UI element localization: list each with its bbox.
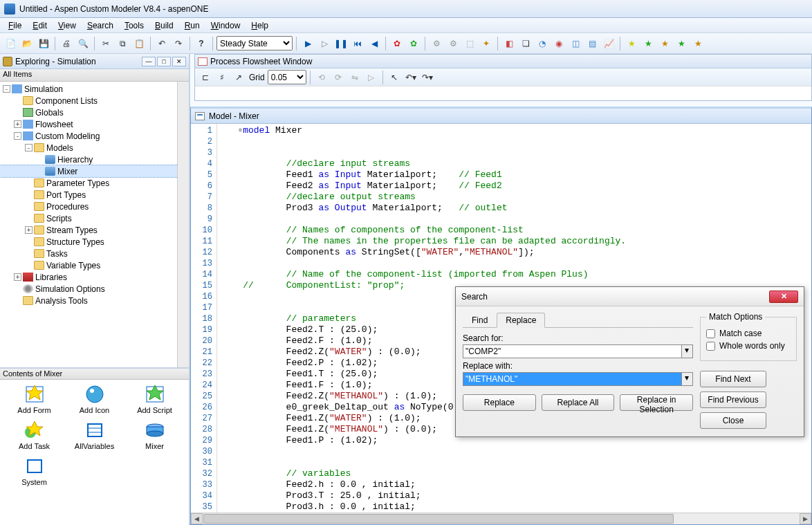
replace-with-input[interactable] xyxy=(463,372,682,386)
whole-words-checkbox[interactable] xyxy=(706,342,715,351)
contents-item[interactable]: Add Form xyxy=(4,384,64,414)
menu-build[interactable]: Build xyxy=(149,19,179,32)
rewind-button[interactable]: ⏮ xyxy=(350,36,365,51)
find-previous-button[interactable]: Find Previous xyxy=(700,392,766,408)
close-button[interactable]: Close xyxy=(700,412,766,429)
tree-item[interactable]: Procedures xyxy=(0,201,189,212)
pfw-rot-4[interactable]: ▷ xyxy=(364,70,379,85)
tree-item[interactable]: Port Types xyxy=(0,189,189,201)
cut-button[interactable]: ✂ xyxy=(98,36,113,51)
find-next-button[interactable]: Find Next xyxy=(700,371,766,387)
tool-14[interactable]: ★ xyxy=(624,36,639,51)
print-button[interactable]: 🖨 xyxy=(59,36,74,51)
maximize-icon[interactable]: □ xyxy=(157,57,171,66)
scroll-thumb[interactable] xyxy=(203,514,674,524)
all-items-header[interactable]: All Items xyxy=(0,69,189,82)
tree-item[interactable]: Hierarchy xyxy=(0,154,189,165)
pfw-rot-3[interactable]: ⇋ xyxy=(347,70,362,85)
tool-5[interactable]: ⬚ xyxy=(462,36,477,51)
undo-button[interactable]: ↶ xyxy=(154,36,169,51)
redo-button[interactable]: ↷ xyxy=(171,36,186,51)
run-mode-combo[interactable]: Steady State xyxy=(216,36,293,50)
tool-2[interactable]: ✿ xyxy=(406,36,421,51)
tab-find[interactable]: Find xyxy=(463,313,497,328)
contents-item[interactable]: System xyxy=(4,456,64,486)
print-preview-button[interactable]: 🔍 xyxy=(75,36,91,51)
menu-window[interactable]: Window xyxy=(205,19,246,32)
tool-18[interactable]: ★ xyxy=(690,36,705,51)
replace-button[interactable]: Replace xyxy=(463,394,536,411)
grid-combo[interactable]: 0.05 xyxy=(268,70,306,84)
pfw-pointer[interactable]: ↖ xyxy=(387,70,402,85)
tool-11[interactable]: ◫ xyxy=(568,36,583,51)
tree-item[interactable]: Parameter Types xyxy=(0,177,189,189)
pfw-rot-2[interactable]: ⟳ xyxy=(331,70,346,85)
tree-item[interactable]: Simulation Options xyxy=(0,283,189,295)
tree-item[interactable]: Variable Types xyxy=(0,259,189,271)
run-button[interactable]: ▶ xyxy=(300,36,315,51)
tool-16[interactable]: ★ xyxy=(657,36,672,51)
tree-item[interactable]: Component Lists xyxy=(0,95,189,107)
tool-4[interactable]: ⚙ xyxy=(445,36,461,51)
pfw-tool-1[interactable]: ⊏ xyxy=(198,70,213,85)
open-button[interactable]: 📂 xyxy=(19,36,35,51)
tool-8[interactable]: ❏ xyxy=(518,36,533,51)
tab-replace[interactable]: Replace xyxy=(497,313,545,328)
new-button[interactable]: 📄 xyxy=(3,36,18,51)
tree-item[interactable]: -Custom Modeling xyxy=(0,130,189,142)
menu-search[interactable]: Search xyxy=(82,19,119,32)
contents-item[interactable]: Add Icon xyxy=(64,384,124,414)
menu-view[interactable]: View xyxy=(53,19,82,32)
menu-run[interactable]: Run xyxy=(179,19,205,32)
menu-edit[interactable]: Edit xyxy=(27,19,53,32)
pfw-tool-3[interactable]: ↗ xyxy=(231,70,246,85)
tool-12[interactable]: ▤ xyxy=(584,36,600,51)
tree-item[interactable]: Tasks xyxy=(0,248,189,259)
search-for-input[interactable] xyxy=(463,344,682,358)
tool-13[interactable]: 📈 xyxy=(601,36,616,51)
tool-17[interactable]: ★ xyxy=(674,36,689,51)
menu-tools[interactable]: Tools xyxy=(119,19,149,32)
search-dropdown-icon[interactable]: ▾ xyxy=(682,344,693,358)
menu-help[interactable]: Help xyxy=(246,19,274,32)
contents-item[interactable]: AllVariables xyxy=(64,420,124,450)
contents-item[interactable]: Add Script xyxy=(124,384,185,414)
scroll-left-icon[interactable]: ◀ xyxy=(191,513,203,524)
copy-button[interactable]: ⧉ xyxy=(115,36,130,51)
tree-item[interactable]: +Libraries xyxy=(0,271,189,283)
tree-item[interactable]: Analysis Tools xyxy=(0,295,189,306)
tree-item[interactable]: Scripts xyxy=(0,212,189,224)
tree-item[interactable]: Globals xyxy=(0,107,189,118)
tree-item[interactable]: +Flowsheet xyxy=(0,118,189,130)
tool-1[interactable]: ✿ xyxy=(389,36,405,51)
tool-15[interactable]: ★ xyxy=(640,36,656,51)
tool-7[interactable]: ◧ xyxy=(501,36,517,51)
pfw-redo[interactable]: ↷▾ xyxy=(420,70,435,85)
tree-scrollbar[interactable] xyxy=(177,82,189,367)
replace-dropdown-icon[interactable]: ▾ xyxy=(682,372,693,386)
tool-9[interactable]: ◔ xyxy=(535,36,550,51)
tool-6[interactable]: ✦ xyxy=(479,36,494,51)
replace-in-selection-button[interactable]: Replace in Selection xyxy=(620,394,693,411)
paste-button[interactable]: 📋 xyxy=(131,36,147,51)
tool-10[interactable]: ◉ xyxy=(551,36,566,51)
tree-item[interactable]: -Simulation xyxy=(0,83,189,95)
pause-button[interactable]: ❚❚ xyxy=(333,36,349,51)
pfw-rot-1[interactable]: ⟲ xyxy=(314,70,329,85)
pfw-tool-2[interactable]: ♯ xyxy=(214,70,230,85)
save-button[interactable]: 💾 xyxy=(36,36,51,51)
scroll-right-icon[interactable]: ▶ xyxy=(800,513,811,524)
tree-item[interactable]: Structure Types xyxy=(0,236,189,248)
pfw-undo[interactable]: ↶▾ xyxy=(403,70,418,85)
contents-item[interactable]: Add Task xyxy=(4,420,64,450)
minimize-icon[interactable]: — xyxy=(142,57,156,66)
tree-item[interactable]: -Models xyxy=(0,142,189,154)
tree-item[interactable]: +Stream Types xyxy=(0,224,189,236)
replace-all-button[interactable]: Replace All xyxy=(542,394,615,411)
help-button[interactable]: ? xyxy=(194,36,209,51)
tool-3[interactable]: ⚙ xyxy=(429,36,444,51)
back-button[interactable]: ◀ xyxy=(367,36,382,51)
tree-view[interactable]: -SimulationComponent ListsGlobals+Flowsh… xyxy=(0,82,189,367)
match-case-checkbox[interactable] xyxy=(706,329,715,338)
tree-item[interactable]: Mixer xyxy=(0,165,189,177)
